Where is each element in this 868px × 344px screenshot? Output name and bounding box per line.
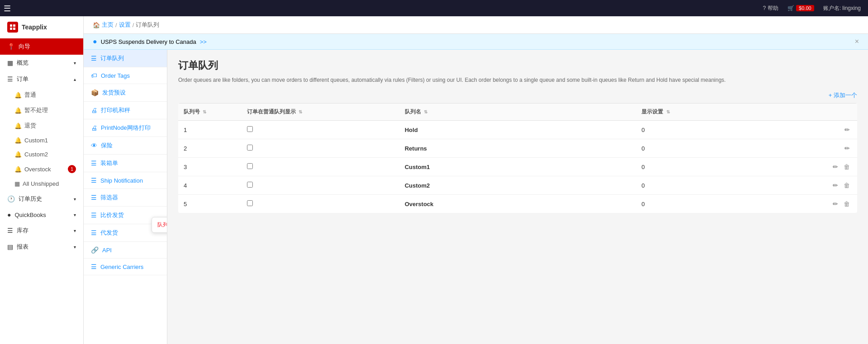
cell-check-4[interactable]: [242, 195, 399, 213]
sidebar-item-overstock[interactable]: 🔔 Overstock 1: [0, 161, 83, 177]
left-menu-item-order-tags[interactable]: 🏷 Order Tags: [84, 67, 167, 84]
hamburger-button[interactable]: ☰: [4, 4, 11, 14]
left-menu-item-api[interactable]: 🔗 API: [84, 242, 167, 259]
chevron-down-icon-rep: ▾: [74, 245, 76, 250]
sidebar-item-reports[interactable]: ▤ 报表 ▾: [0, 239, 83, 255]
sidebar-label-custom1: Custom1: [24, 137, 48, 144]
breadcrumb-home[interactable]: 主页: [102, 21, 114, 29]
help-link[interactable]: ? 帮助: [763, 5, 778, 12]
add-queue-link[interactable]: + 添加一个: [829, 92, 857, 99]
left-menu-label-ship-preset: 发货预设: [102, 89, 126, 97]
left-menu-item-order-queues[interactable]: ☰ 订单队列: [84, 50, 167, 67]
left-menu-item-filters[interactable]: ☰ 筛选器: [84, 189, 167, 207]
orders-icon: ☰: [7, 75, 13, 83]
sidebar-item-orders[interactable]: ☰ 订单 ▴: [0, 71, 83, 87]
alert-dot: ●: [93, 38, 97, 46]
left-menu-item-generic-carriers[interactable]: ☰ Generic Carriers: [84, 259, 167, 275]
overstock-badge: 1: [68, 165, 76, 173]
main-panel: 订单队列 Order queues are like folders, you …: [167, 50, 868, 344]
sidebar-item-pending[interactable]: 🔔 暂不处理: [0, 103, 83, 118]
svg-rect-1: [13, 24, 15, 27]
sidebar: Teapplix 📍 向导 ▦ 概览 ▾ ☰ 订单 ▴ 🔔 普通 🔔 暂不处理: [0, 16, 84, 344]
menu-icon-dropship: ☰: [91, 229, 97, 236]
menu-icon-packing-slip: ☰: [91, 160, 97, 167]
grid-icon-all-unshipped: ▦: [14, 180, 20, 187]
sidebar-label-returns: 退货: [24, 122, 36, 130]
left-menu-item-ship-notification[interactable]: ☰ Ship Notification: [84, 172, 167, 189]
delete-button-2[interactable]: 🗑: [842, 162, 852, 171]
row-checkbox-3[interactable]: [247, 182, 253, 188]
left-menu-label-ship-notification: Ship Notification: [100, 177, 143, 184]
menu-icon-api: 🔗: [91, 246, 99, 254]
sidebar-item-custom2[interactable]: 🔔 Custom2: [0, 147, 83, 161]
delete-button-3[interactable]: 🗑: [842, 181, 852, 190]
sort-icon-show[interactable]: ⇅: [299, 109, 302, 114]
cell-check-1[interactable]: [242, 139, 399, 158]
breadcrumb-current: 订单队列: [136, 21, 159, 29]
col-num-label: 队列号: [184, 108, 200, 115]
sidebar-item-all-unshipped[interactable]: ▦ All Unshipped: [0, 177, 83, 191]
sidebar-label-quickbooks: QuickBooks: [14, 212, 46, 218]
cart-item[interactable]: 🛒 $0.00: [787, 5, 814, 11]
cell-check-0[interactable]: [242, 121, 399, 139]
table-row: 4 Custom2 0 ✏ 🗑: [178, 176, 857, 195]
sidebar-item-overview[interactable]: ▦ 概览 ▾: [0, 55, 83, 71]
alert-close-button[interactable]: ×: [855, 38, 859, 46]
cart-icon: 🛒: [787, 5, 794, 11]
edit-button-2[interactable]: ✏: [831, 162, 840, 171]
left-menu-label-insurance: 保险: [101, 141, 113, 150]
sort-icon-display[interactable]: ⇅: [666, 109, 670, 114]
bell-icon-normal: 🔔: [14, 92, 22, 99]
row-checkbox-4[interactable]: [247, 200, 253, 206]
col-header-num: 队列号 ⇅: [178, 104, 242, 121]
sidebar-label-guide: 向导: [19, 42, 30, 51]
cell-display-2: 0: [636, 158, 794, 176]
sidebar-item-quickbooks[interactable]: ● QuickBooks ▾: [0, 207, 83, 222]
left-menu-item-insurance[interactable]: 👁 保险: [84, 137, 167, 155]
menu-icon-order-queues: ☰: [91, 55, 97, 62]
cell-display-0: 0: [636, 121, 794, 139]
bell-icon-returns: 🔔: [14, 123, 22, 129]
left-menu-label-printnode-net: PrintNode网络打印: [101, 124, 151, 132]
cell-num-3: 4: [178, 176, 242, 195]
queue-table: 队列号 ⇅ 订单在普通队列显示 ⇅ 队列名 ⇅: [178, 103, 857, 213]
edit-button-3[interactable]: ✏: [831, 181, 840, 190]
delete-button-4[interactable]: 🗑: [842, 199, 852, 208]
cell-display-4: 0: [636, 195, 794, 213]
left-menu-label-order-tags: Order Tags: [101, 72, 130, 79]
bell-icon-custom1: 🔔: [14, 137, 22, 144]
bell-icon-custom2: 🔔: [14, 151, 22, 158]
cell-check-3[interactable]: [242, 176, 399, 195]
col-name-label: 队列名: [405, 108, 421, 115]
left-menu-item-printnode-net[interactable]: 🖨 PrintNode网络打印: [84, 119, 167, 137]
row-checkbox-2[interactable]: [247, 163, 253, 169]
left-menu-item-packing-slip[interactable]: ☰ 装箱单: [84, 155, 167, 172]
alert-link[interactable]: >>: [200, 38, 207, 45]
edit-button-4[interactable]: ✏: [831, 199, 840, 208]
row-checkbox-0[interactable]: [247, 126, 253, 132]
help-icon: ?: [763, 5, 766, 11]
sidebar-label-orders: 订单: [17, 75, 28, 83]
cell-check-2[interactable]: [242, 158, 399, 176]
user-profile[interactable]: 账户名: lingxing: [823, 5, 861, 12]
breadcrumb-sep2: /: [133, 22, 134, 28]
sidebar-item-inventory[interactable]: ☰ 库存 ▾: [0, 222, 83, 239]
edit-button-1[interactable]: ✏: [843, 144, 852, 153]
sidebar-item-normal[interactable]: 🔔 普通: [0, 87, 83, 103]
edit-button-0[interactable]: ✏: [843, 125, 852, 134]
breadcrumb-settings[interactable]: 设置: [119, 21, 131, 29]
row-checkbox-1[interactable]: [247, 145, 253, 151]
col-header-actions: [794, 104, 857, 121]
sidebar-item-order-history[interactable]: 🕐 订单历史 ▾: [0, 191, 83, 207]
sort-icon-name[interactable]: ⇅: [424, 109, 427, 114]
user-label: 账户名: lingxing: [823, 5, 861, 12]
clock-icon: 🕐: [7, 195, 15, 203]
sort-icon-num[interactable]: ⇅: [203, 109, 206, 114]
sidebar-item-custom1[interactable]: 🔔 Custom1: [0, 133, 83, 147]
left-menu-label-batch-ship: 比价发货: [100, 211, 124, 219]
left-menu-item-print-node[interactable]: 🖨 打印机和秤: [84, 102, 167, 119]
sidebar-item-returns[interactable]: 🔔 退货: [0, 118, 83, 133]
sidebar-item-guide[interactable]: 📍 向导: [0, 38, 83, 55]
table-row: 5 Overstock 0 ✏ 🗑: [178, 195, 857, 213]
left-menu-item-ship-preset[interactable]: 📦 发货预设: [84, 84, 167, 102]
